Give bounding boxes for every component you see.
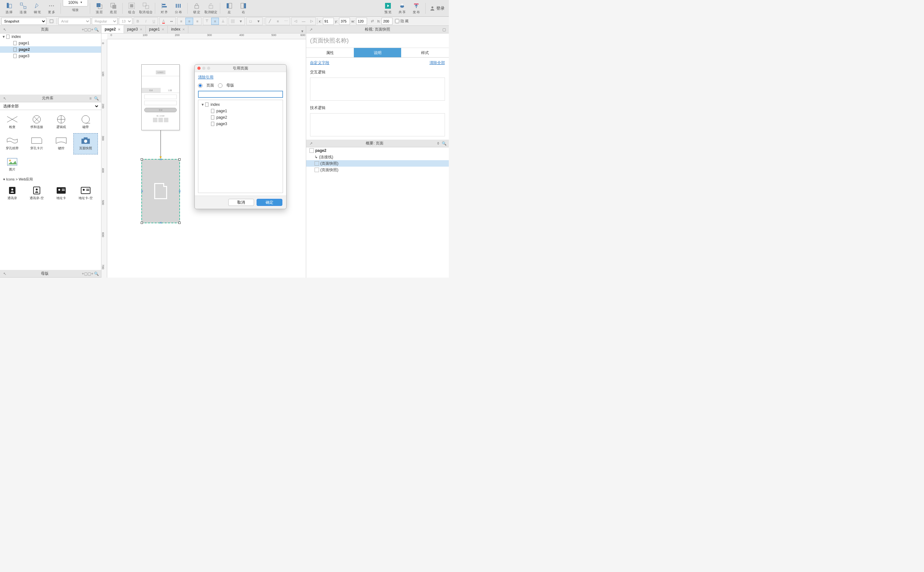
page-tree-item[interactable]: page3	[0, 53, 101, 59]
note-icon[interactable]: ▢	[441, 27, 447, 33]
publish-button[interactable]: 发 布	[409, 1, 423, 16]
add-master-icon[interactable]: +▢	[82, 271, 87, 277]
widget-punched-tape[interactable]: 穿孔纸带	[0, 133, 25, 154]
dialog-tree-item[interactable]: page2	[198, 114, 283, 121]
align-center-icon[interactable]: ≡	[185, 18, 193, 25]
inspector-tab-style[interactable]: 样式	[401, 48, 449, 58]
outline-item[interactable]: (页面快照)	[306, 160, 449, 167]
close-dot-icon[interactable]	[197, 67, 201, 70]
distribute-button[interactable]: 分 布	[171, 1, 185, 16]
collapse-icon[interactable]: ↖	[2, 271, 8, 277]
artboard-mockup[interactable]: LOGO 登录注册 登录 第三方登录	[141, 64, 180, 130]
arrow-mid-icon[interactable]: —	[300, 18, 307, 25]
text-color-icon[interactable]: A	[160, 18, 167, 25]
dialog-search-input[interactable]	[198, 91, 283, 98]
dialog-titlebar[interactable]: 引用页面	[195, 65, 286, 72]
radio-page[interactable]	[198, 83, 203, 88]
page-tab[interactable]: index✕	[168, 25, 189, 33]
align-button[interactable]: 对 齐	[157, 1, 171, 16]
menu-icon[interactable]: ≡	[87, 96, 93, 101]
font-weight-select[interactable]: Regular	[92, 18, 117, 25]
custom-field-link[interactable]: 自定义字段	[310, 60, 329, 65]
unlock-button[interactable]: 取消锁定	[204, 1, 218, 16]
widget-punched-card[interactable]: 穿孔卡片	[25, 133, 49, 154]
widget-vcard[interactable]: 地址卡	[49, 183, 73, 204]
ok-button[interactable]: 确定	[257, 199, 282, 206]
login-button[interactable]: 登录	[427, 1, 447, 16]
bring-front-button[interactable]: 顶 层	[92, 1, 106, 16]
widget-or[interactable]: 逻辑或	[49, 112, 73, 133]
widget-key[interactable]: 键控	[49, 133, 73, 154]
notes-textarea-2[interactable]	[310, 113, 445, 137]
collapse-icon[interactable]: ↗	[308, 141, 314, 146]
underline-icon[interactable]: U	[150, 18, 158, 25]
x-input[interactable]	[323, 18, 334, 25]
clear-ref-link[interactable]: 清除引用	[198, 75, 213, 79]
close-icon[interactable]: ✕	[182, 28, 185, 31]
close-icon[interactable]: ✕	[118, 28, 120, 31]
share-button[interactable]: 共 享	[395, 1, 409, 16]
library-category[interactable]: ▾ Icons > Web应用	[0, 176, 101, 183]
link-wh-icon[interactable]: ⇄	[368, 18, 376, 25]
collapse-icon[interactable]: ↖	[2, 96, 8, 101]
fill-color-icon[interactable]	[229, 18, 237, 25]
italic-icon[interactable]: I	[142, 18, 150, 25]
filter-icon[interactable]: ⚱	[435, 141, 441, 146]
select-tool[interactable]: 选 择	[2, 1, 16, 16]
font-select[interactable]: Arial	[58, 18, 90, 25]
add-page-icon[interactable]: +▢	[82, 27, 87, 33]
collapse-icon[interactable]: ↗	[308, 27, 314, 33]
tabs-menu-icon[interactable]: ▼	[299, 29, 306, 33]
search-icon[interactable]: 🔍	[93, 271, 99, 277]
widget-type-select[interactable]: Snapshot	[1, 18, 46, 25]
dialog-tree-item[interactable]: ▼index	[198, 101, 283, 108]
close-icon[interactable]: ✕	[140, 28, 142, 31]
collapse-icon[interactable]: ↖	[2, 27, 8, 33]
add-folder-icon[interactable]: ▢+	[87, 27, 93, 33]
page-tree-item[interactable]: page2	[0, 46, 101, 53]
widget-snapshot[interactable]: 页面快照	[73, 133, 98, 154]
widget-tape[interactable]: 磁带	[73, 112, 98, 133]
align-left-icon[interactable]: ≡	[178, 18, 185, 25]
valign-bottom-icon[interactable]: ⊥	[219, 18, 227, 25]
h-input[interactable]	[382, 18, 393, 25]
outline-item[interactable]: page2	[306, 147, 449, 154]
dock-right-button[interactable]: 右	[236, 1, 251, 16]
valign-middle-icon[interactable]: ≡	[211, 18, 219, 25]
copy-style-icon[interactable]	[48, 18, 55, 25]
line-style-icon[interactable]: ⋯	[282, 18, 290, 25]
pen-tool[interactable]: 钢 笔	[30, 1, 44, 16]
page-tree-root[interactable]: ▼index	[0, 33, 101, 40]
close-icon[interactable]: ✕	[162, 28, 164, 31]
radio-master[interactable]	[218, 83, 223, 88]
page-tab[interactable]: page1✕	[146, 25, 168, 33]
arrow-start-icon[interactable]: ◁	[292, 18, 299, 25]
zoom-control[interactable]: 100%▼缩放	[63, 5, 88, 12]
font-size-select[interactable]: 13	[119, 18, 132, 25]
widget-image[interactable]: 图片	[0, 154, 25, 176]
y-input[interactable]	[339, 18, 350, 25]
align-right-icon[interactable]: ≡	[193, 18, 201, 25]
dialog-tree-item[interactable]: page1	[198, 108, 283, 114]
widget-addressbook[interactable]: 通讯录	[0, 183, 25, 204]
library-select[interactable]: 选择全部	[0, 102, 101, 110]
search-icon[interactable]: 🔍	[441, 141, 447, 146]
hide-checkbox[interactable]	[395, 19, 399, 23]
connector-line[interactable]	[160, 130, 161, 159]
page-tab[interactable]: page2✕	[101, 25, 124, 33]
dialog-tree-item[interactable]: page3	[198, 121, 283, 127]
cancel-button[interactable]: 取消	[228, 199, 254, 206]
notes-textarea-1[interactable]	[310, 78, 445, 101]
search-icon[interactable]: 🔍	[93, 96, 99, 101]
inner-icon[interactable]: ▼	[255, 18, 262, 25]
more-tool[interactable]: 更 多	[44, 1, 59, 16]
page-tab[interactable]: page3✕	[124, 25, 146, 33]
widget-addressbook-o[interactable]: 通讯录-空	[25, 183, 49, 204]
group-button[interactable]: 组 合	[125, 1, 139, 16]
lock-button[interactable]: 锁 定	[190, 1, 204, 16]
widget-summing[interactable]: 求和连接	[25, 112, 49, 133]
line-color-icon[interactable]: ╱	[266, 18, 274, 25]
more-text-icon[interactable]: ▪▪	[168, 18, 176, 25]
fill-trans-icon[interactable]: ▼	[237, 18, 245, 25]
outline-item[interactable]: ↳(连接线)	[306, 154, 449, 160]
